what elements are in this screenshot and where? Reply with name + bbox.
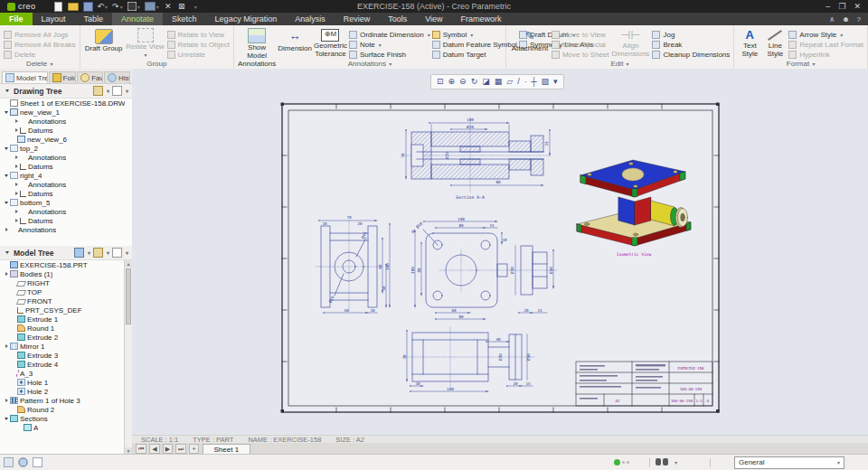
expand-icon[interactable]: [13, 219, 20, 222]
draft-group-button[interactable]: Draft Group: [84, 27, 124, 59]
last-sheet-button[interactable]: ⏭: [175, 444, 186, 454]
tab-table[interactable]: Table: [75, 13, 113, 25]
move-special-button[interactable]: Move Special: [552, 40, 609, 49]
expand-icon[interactable]: [3, 228, 10, 231]
tree-item-hole-1[interactable]: Hole 1: [0, 378, 125, 387]
tree-item-section-a[interactable]: A: [0, 423, 125, 432]
tree-item-csys[interactable]: PRT_CSYS_DEF: [0, 306, 125, 315]
tree-item-part[interactable]: EXERCISE-158.PRT: [0, 260, 125, 269]
save-icon[interactable]: [83, 2, 93, 12]
tab-sketch[interactable]: Sketch: [163, 13, 206, 25]
tree-item-right-plane[interactable]: RIGHT: [0, 278, 125, 287]
expand-icon[interactable]: [3, 272, 10, 276]
navigator-tab-folder-browser[interactable]: Fold: [49, 71, 77, 83]
navigator-tab-favorites[interactable]: Fav: [77, 71, 103, 83]
csys-display-icon[interactable]: ┼: [531, 78, 536, 86]
dimension-button[interactable]: ↔Dimension: [278, 27, 312, 59]
expand-icon[interactable]: [13, 119, 20, 123]
refit-icon[interactable]: ⊡: [437, 78, 444, 86]
annotation-display-icon[interactable]: ▨: [542, 78, 550, 86]
expand-icon[interactable]: [13, 128, 20, 132]
format-group-label[interactable]: Format ▾: [734, 60, 867, 69]
tree-columns-dropdown[interactable]: ▾: [126, 88, 128, 94]
unrelate-button[interactable]: Unrelate: [167, 50, 230, 59]
model-tree-collapse-icon[interactable]: [4, 251, 11, 254]
tree-item-bottom-5[interactable]: bottom_5: [0, 198, 132, 207]
model-tree-columns-icon[interactable]: [112, 248, 122, 258]
edit-group-label[interactable]: Edit ▾: [506, 60, 733, 69]
tree-item-sections[interactable]: Sections: [0, 414, 125, 423]
group-group-label[interactable]: Group: [80, 60, 233, 69]
zoom-in-icon[interactable]: ⊕: [448, 78, 456, 86]
tab-legacy-migration[interactable]: Legacy Migration: [206, 13, 287, 25]
relate-to-view-button[interactable]: Relate to View: [167, 30, 230, 39]
search-binoculars-icon[interactable]: [656, 458, 668, 466]
tree-filters-dropdown[interactable]: ▾: [107, 88, 109, 94]
close-button[interactable]: ✕: [854, 2, 861, 11]
repeat-last-format-button[interactable]: Repeat Last Format: [788, 40, 863, 49]
expand-icon[interactable]: [3, 399, 10, 402]
text-style-button[interactable]: AText Style: [738, 27, 761, 59]
tree-item-annotations[interactable]: Annotations: [0, 225, 132, 234]
expand-icon[interactable]: [13, 155, 20, 159]
collapse-icon[interactable]: [3, 147, 10, 150]
toolbar-more-icon[interactable]: ▾: [553, 78, 558, 86]
jog-button[interactable]: Jog: [652, 30, 730, 39]
minimize-button[interactable]: –: [826, 2, 830, 11]
expand-icon[interactable]: [13, 164, 20, 168]
expand-icon[interactable]: [13, 183, 20, 186]
tab-tools[interactable]: Tools: [379, 13, 416, 25]
collapse-ribbon-icon[interactable]: ∧: [829, 15, 835, 24]
model-display-icon[interactable]: ▾: [145, 2, 159, 12]
graphics-area[interactable]: ⊡ ⊕ ⊖ ↻ ◪ ▦ ▱ / ∙ ┼ ▨ ▾: [132, 69, 868, 435]
send-icon[interactable]: ⊠: [177, 2, 186, 12]
draft-grid-icon[interactable]: ▦: [495, 78, 503, 86]
tree-item-new-view-1[interactable]: new_view_1: [0, 108, 132, 117]
tree-item-front-plane[interactable]: FRONT: [0, 296, 125, 306]
filters-dropdown[interactable]: ▾: [107, 249, 109, 256]
model-tree-show-icon[interactable]: [74, 248, 84, 258]
move-to-view-button[interactable]: Move to View: [552, 30, 609, 39]
drawing-tree-collapse-icon[interactable]: [4, 89, 11, 92]
tree-item-annotations[interactable]: Annotations: [0, 180, 132, 189]
new-sheet-button[interactable]: +: [189, 444, 198, 454]
tree-columns-icon[interactable]: [112, 86, 122, 96]
model-tree-scrollbar[interactable]: ▲ ▼: [124, 260, 132, 455]
ordinate-dimension-button[interactable]: Ordinate Dimension▾: [349, 30, 430, 39]
columns-dropdown[interactable]: ▾: [126, 249, 128, 256]
tree-item-extrude-2[interactable]: Extrude 2: [0, 333, 125, 342]
open-icon[interactable]: [68, 2, 79, 12]
tree-item-round-2[interactable]: Round 2: [0, 405, 125, 414]
tree-item-bodies[interactable]: Bodies (1): [0, 269, 125, 278]
tab-annotate[interactable]: Annotate: [112, 13, 163, 25]
annotations-group-label[interactable]: Annotations ▾: [234, 60, 505, 69]
note-button[interactable]: Note▾: [349, 40, 430, 49]
close-window-icon[interactable]: ✕: [164, 2, 173, 12]
tree-item-round-1[interactable]: Round 1: [0, 324, 125, 333]
delete-group-label[interactable]: Delete ▾: [0, 60, 80, 69]
datum-feature-symbol-button[interactable]: Datum Feature Symbol: [432, 40, 517, 49]
display-style-icon[interactable]: ◪: [482, 78, 490, 86]
align-dimensions-button[interactable]: ⊣⊢Align Dimensions: [610, 27, 650, 59]
show-dropdown[interactable]: ▾: [88, 249, 90, 256]
relate-view-button[interactable]: Relate View ▾: [126, 27, 165, 59]
tree-filters-icon[interactable]: [93, 86, 103, 96]
move-to-sheet-button[interactable]: Move to Sheet: [552, 50, 609, 59]
tree-item-extrude-4[interactable]: Extrude 4: [0, 360, 125, 369]
scroll-up-icon[interactable]: ▲: [125, 260, 132, 268]
break-button[interactable]: Break: [652, 40, 730, 49]
tree-item-extrude-1[interactable]: Extrude 1: [0, 315, 125, 324]
tab-layout[interactable]: Layout: [33, 13, 75, 25]
expand-icon[interactable]: [3, 344, 10, 348]
collapse-icon[interactable]: [3, 202, 10, 204]
repaint-icon[interactable]: ↻: [471, 78, 478, 86]
navigator-tab-model-tree[interactable]: Model Tree: [2, 71, 48, 83]
tree-item-hole-2[interactable]: Hole 2: [0, 387, 125, 396]
drawing-sheet[interactable]: 100 Ø20 70 Ø29 80 25 Section A-A: [132, 69, 868, 435]
cleanup-dimensions-button[interactable]: Cleanup Dimensions: [652, 50, 730, 59]
restore-button[interactable]: ❐: [838, 2, 845, 11]
hyperlink-button[interactable]: Hyperlink: [788, 50, 863, 59]
plane-display-icon[interactable]: ▱: [506, 78, 513, 86]
tree-item-top-plane[interactable]: TOP: [0, 287, 125, 296]
line-style-button[interactable]: Line Style: [763, 27, 787, 59]
